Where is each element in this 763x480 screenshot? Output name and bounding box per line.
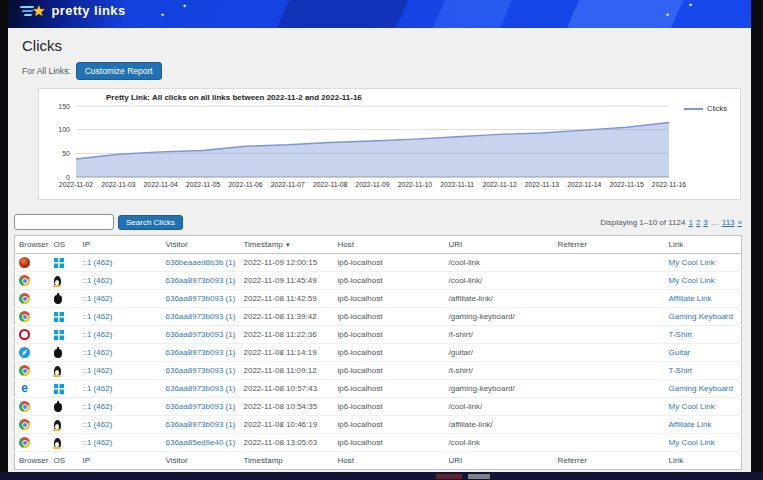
visitor-link[interactable]: 636aa8973b093 (1) <box>166 420 236 429</box>
ip-link[interactable]: ::1 (462) <box>83 294 113 303</box>
pretty-link-link[interactable]: Guitar <box>669 348 691 357</box>
pretty-link-link[interactable]: T-Shirt <box>669 330 693 339</box>
visitor-link[interactable]: 636aa8973b093 (1) <box>166 312 236 321</box>
linux-os-icon <box>54 438 61 448</box>
ip-link[interactable]: ::1 (462) <box>83 384 113 393</box>
ip-link[interactable]: ::1 (462) <box>83 276 113 285</box>
visitor-link[interactable]: 636aa8973b093 (1) <box>166 402 236 411</box>
ip-link[interactable]: ::1 (462) <box>83 420 113 429</box>
pretty-link-link[interactable]: Affiliate Link <box>669 420 712 429</box>
customize-report-button[interactable]: Customize Report <box>76 62 162 80</box>
banner-stripe <box>274 0 411 28</box>
swoosh-icon <box>20 5 38 17</box>
table-footer-row: Browser OS IP Visitor Timestamp Host URI… <box>15 452 742 470</box>
pretty-link-link[interactable]: Gaming Keyboard <box>669 384 733 393</box>
page-link-1[interactable]: 1 <box>688 218 692 227</box>
edge-browser-icon <box>19 383 30 394</box>
col-footer-os[interactable]: OS <box>50 452 79 470</box>
referrer-cell <box>554 290 665 308</box>
timestamp-cell: 2022-11-08 11:22:36 <box>240 326 334 344</box>
visitor-link[interactable]: 636aa85ed9e40 (1) <box>166 438 236 447</box>
col-header-host[interactable]: Host <box>334 236 445 254</box>
col-footer-browser[interactable]: Browser <box>15 452 50 470</box>
host-cell: ip6-localhost <box>334 398 445 416</box>
ip-link[interactable]: ::1 (462) <box>83 312 113 321</box>
pretty-links-logo: ★ pretty links <box>20 3 126 18</box>
visitor-link[interactable]: 636aa8973b093 (1) <box>166 330 236 339</box>
ip-link[interactable]: ::1 (462) <box>83 438 113 447</box>
page-link-last[interactable]: 113 <box>722 218 735 227</box>
search-input[interactable] <box>14 214 114 230</box>
visitor-link[interactable]: 636beaaed8b3b (1) <box>166 258 236 267</box>
host-cell: ip6-localhost <box>334 344 445 362</box>
next-page-link[interactable]: » <box>738 218 742 227</box>
pretty-link-link[interactable]: My Cool Link <box>669 438 715 447</box>
pretty-link-link[interactable]: Gaming Keyboard <box>669 312 733 321</box>
host-cell: ip6-localhost <box>334 380 445 398</box>
ip-link[interactable]: ::1 (462) <box>83 330 113 339</box>
page-link-3[interactable]: 3 <box>703 218 707 227</box>
table-row: ::1 (462) 636aa8973b093 (1) 2022-11-08 1… <box>15 416 742 434</box>
ip-link[interactable]: ::1 (462) <box>83 258 113 267</box>
pretty-link-link[interactable]: My Cool Link <box>669 258 715 267</box>
apple-os-icon <box>54 349 62 358</box>
timestamp-cell: 2022-11-09 11:45:49 <box>240 272 334 290</box>
clicks-area-chart: 0501001502022-11-022022-11-032022-11-042… <box>39 95 742 195</box>
pretty-link-link[interactable]: My Cool Link <box>669 402 715 411</box>
logo-text: pretty links <box>51 3 125 18</box>
sparkle-icon: ✦ <box>688 2 693 8</box>
taskbar-accent <box>468 474 490 479</box>
col-header-referrer[interactable]: Referrer <box>554 236 665 254</box>
svg-text:2022-11-06: 2022-11-06 <box>228 181 262 188</box>
col-footer-timestamp[interactable]: Timestamp <box>240 452 334 470</box>
svg-text:150: 150 <box>58 103 70 110</box>
search-clicks-button[interactable]: Search Clicks <box>118 215 183 230</box>
host-cell: ip6-localhost <box>334 416 445 434</box>
pretty-link-link[interactable]: Affiliate Link <box>669 294 712 303</box>
referrer-cell <box>554 416 665 434</box>
host-cell: ip6-localhost <box>334 326 445 344</box>
col-footer-referrer[interactable]: Referrer <box>554 452 665 470</box>
visitor-link[interactable]: 636aa8973b093 (1) <box>166 294 236 303</box>
visitor-link[interactable]: 636aa8973b093 (1) <box>166 348 236 357</box>
svg-text:2022-11-10: 2022-11-10 <box>398 181 432 188</box>
ip-link[interactable]: ::1 (462) <box>83 402 113 411</box>
col-footer-link[interactable]: Link <box>665 452 742 470</box>
col-header-ip[interactable]: IP <box>79 236 162 254</box>
uri-cell: /cool-link/ <box>445 398 554 416</box>
referrer-cell <box>554 362 665 380</box>
visitor-link[interactable]: 636aa8973b093 (1) <box>166 384 236 393</box>
svg-text:2022-11-03: 2022-11-03 <box>101 181 135 188</box>
page-link-2[interactable]: 2 <box>696 218 700 227</box>
page-title: Clicks <box>14 35 742 62</box>
table-row: ::1 (462) 636aa8973b093 (1) 2022-11-08 1… <box>15 380 742 398</box>
ip-link[interactable]: ::1 (462) <box>83 348 113 357</box>
timestamp-cell: 2022-11-08 11:39:42 <box>240 308 334 326</box>
visitor-link[interactable]: 636aa8973b093 (1) <box>166 366 236 375</box>
pagination-top: Displaying 1–10 of 1124 1 2 3 … 113 » <box>600 218 742 227</box>
col-footer-host[interactable]: Host <box>334 452 445 470</box>
visitor-link[interactable]: 636aa8973b093 (1) <box>166 276 236 285</box>
opera-browser-icon <box>19 329 30 340</box>
col-header-link[interactable]: Link <box>665 236 742 254</box>
col-footer-visitor[interactable]: Visitor <box>162 452 240 470</box>
svg-text:2022-11-08: 2022-11-08 <box>313 181 347 188</box>
table-row: ::1 (462) 636aa8973b093 (1) 2022-11-08 1… <box>15 344 742 362</box>
col-header-browser[interactable]: Browser <box>15 236 50 254</box>
legend-swatch <box>684 108 703 110</box>
host-cell: ip6-localhost <box>334 308 445 326</box>
col-footer-ip[interactable]: IP <box>79 452 162 470</box>
col-footer-uri[interactable]: URI <box>445 452 554 470</box>
svg-text:2022-11-12: 2022-11-12 <box>482 181 516 188</box>
uri-cell: /gaming-keyboard/ <box>445 380 554 398</box>
pretty-link-link[interactable]: T-Shirt <box>669 366 693 375</box>
col-header-os[interactable]: OS <box>50 236 79 254</box>
ip-link[interactable]: ::1 (462) <box>83 366 113 375</box>
col-header-visitor[interactable]: Visitor <box>162 236 240 254</box>
host-cell: ip6-localhost <box>334 254 445 272</box>
col-header-uri[interactable]: URI <box>445 236 554 254</box>
referrer-cell <box>554 434 665 452</box>
chrome-browser-icon <box>19 275 30 286</box>
col-header-timestamp[interactable]: Timestamp▼ <box>240 236 334 254</box>
pretty-link-link[interactable]: My Cool Link <box>669 276 715 285</box>
